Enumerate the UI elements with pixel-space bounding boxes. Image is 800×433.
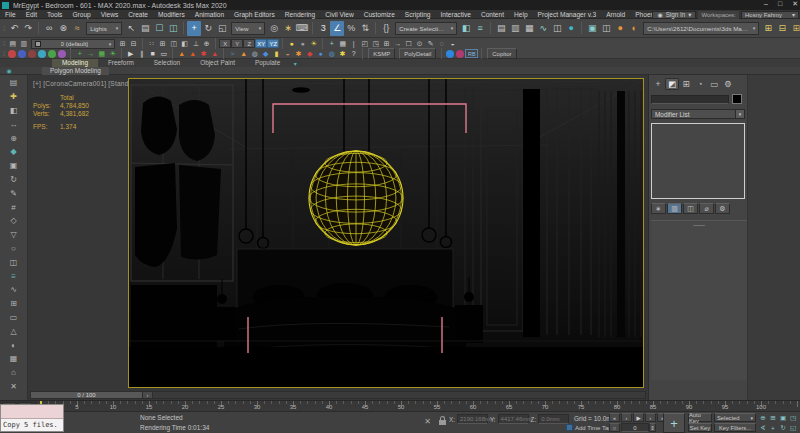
ball-sim-preset-icon[interactable]: ● <box>315 49 326 59</box>
large-fire-preset-icon[interactable]: ▲ <box>187 49 198 59</box>
ribbon-config-icon[interactable]: ▾ <box>290 60 300 67</box>
menu-civil-view[interactable]: Civil View <box>320 10 358 19</box>
maximize-viewport-toggle-icon[interactable]: ◱ <box>788 423 798 433</box>
script-flower-icon[interactable] <box>456 50 464 58</box>
material-editor-icon[interactable]: ● <box>564 21 578 36</box>
pin-stack-icon[interactable]: ∗ <box>651 203 666 214</box>
ocean-preset-icon[interactable]: ≈ <box>227 49 238 59</box>
use-pivot-center-icon[interactable]: ◎ <box>267 21 281 36</box>
render-iterative-icon[interactable]: ◐ <box>627 21 641 36</box>
sim-stop-icon[interactable]: ■ <box>147 49 158 59</box>
utilities-tab-icon[interactable]: ⚙ <box>721 78 735 90</box>
left-tool-10-icon[interactable]: # <box>2 200 26 214</box>
splash-preset-icon[interactable]: ✱ <box>293 49 304 59</box>
make-unique-icon[interactable]: ◫ <box>683 203 698 214</box>
menu-graph-editors[interactable]: Graph Editors <box>229 10 280 19</box>
frame-spinner[interactable]: ⇕ <box>649 423 656 432</box>
left-tool-12-icon[interactable]: ▽ <box>2 228 26 242</box>
select-and-rotate-icon[interactable]: ↻ <box>201 21 215 36</box>
scene-explorer-icon[interactable]: ▤ <box>494 21 508 36</box>
z-coordinate-field[interactable]: 0.0mm <box>538 414 569 424</box>
select-object-icon[interactable]: ↖ <box>124 21 138 36</box>
angle-snap-icon[interactable]: ∠ <box>330 21 344 36</box>
phoenix-export-icon[interactable]: → <box>85 49 96 59</box>
next-frame-icon[interactable]: › <box>645 413 656 422</box>
zoom-icon[interactable]: ⊕ <box>758 413 768 423</box>
left-tool-3-icon[interactable]: ◧ <box>2 104 26 118</box>
ocean-globe-preset-icon[interactable]: ◍ <box>326 49 337 59</box>
zoom-extents-icon[interactable]: ▣ <box>778 413 788 423</box>
bind-to-space-warp-icon[interactable]: ≈ <box>70 21 84 36</box>
ribbon-tab-populate[interactable]: Populate <box>245 59 290 67</box>
show-end-result-icon[interactable]: ▥ <box>667 203 682 214</box>
left-tool-13-icon[interactable]: ○ <box>2 242 26 256</box>
select-and-move-icon[interactable]: + <box>187 21 201 36</box>
project-folder-dropdown[interactable]: C:\Users\2612\Documents\3ds Max 2020▾ <box>643 22 759 35</box>
left-tool-4-icon[interactable]: ↔ <box>2 117 26 131</box>
menu-rendering[interactable]: Rendering <box>280 10 320 19</box>
candle-preset-icon[interactable]: ▮ <box>271 49 282 59</box>
blood-preset-icon[interactable]: ◆ <box>304 49 315 59</box>
undo-icon[interactable]: ↶ <box>7 21 21 36</box>
listener-line[interactable]: Copy 5 files. <box>1 419 63 432</box>
explosion-preset-icon[interactable]: ✱ <box>198 49 209 59</box>
menu-edit[interactable]: Edit <box>21 10 42 19</box>
workspace-dropdown[interactable]: Hosny Fahmy ▾ <box>741 11 799 19</box>
create-tab-icon[interactable]: + <box>651 78 665 90</box>
left-tool-9-icon[interactable]: ✎ <box>2 186 26 200</box>
cup-liquid-preset-icon[interactable]: ◒ <box>282 49 293 59</box>
orbit-icon[interactable]: ↻ <box>778 423 788 433</box>
smoke-preset-icon[interactable]: ▲ <box>209 49 220 59</box>
mirror-icon[interactable]: ◧ <box>459 21 473 36</box>
left-tool-8-icon[interactable]: ↻ <box>2 173 26 187</box>
isolate-selection-toggle-icon[interactable]: ✕ <box>422 416 433 427</box>
flame-helper-icon[interactable]: ▲ <box>238 49 249 59</box>
left-tool-15-icon[interactable]: ≡ <box>2 269 26 283</box>
unlink-selection-icon[interactable]: ⊗ <box>56 21 70 36</box>
next-frame-button[interactable]: › <box>143 392 153 398</box>
go-to-start-icon[interactable]: « <box>609 413 620 422</box>
modifier-stack-list[interactable] <box>651 123 745 199</box>
close-button[interactable]: ✕ <box>792 0 798 8</box>
percent-snap-icon[interactable]: % <box>344 21 358 36</box>
ribbon-tab-selection[interactable]: Selection <box>144 59 190 67</box>
field-of-view-icon[interactable]: ∢ <box>758 423 768 433</box>
toolbar-grip[interactable]: ⁞ <box>3 24 5 33</box>
phoenix-help-icon[interactable]: ? <box>348 49 359 59</box>
copitor-button[interactable]: Copitor <box>487 48 516 59</box>
modify-tab-icon[interactable]: ◩ <box>665 78 679 90</box>
new-project-folder-icon[interactable]: ⊞ <box>761 21 775 36</box>
left-tool-18-icon[interactable]: ▭ <box>2 311 26 325</box>
render-production-icon[interactable]: ● <box>613 21 627 36</box>
toggle-ribbon-icon[interactable]: ▦ <box>522 21 536 36</box>
yellow-splash-preset-icon[interactable]: ✱ <box>337 49 348 59</box>
menu-project-manager-v-3[interactable]: Project Manager v.3 <box>533 10 602 19</box>
left-tool-6-icon[interactable]: ◆ <box>2 145 26 159</box>
vray-maroon-icon[interactable] <box>28 50 36 58</box>
left-tool-21-icon[interactable]: ▦ <box>2 352 26 366</box>
sim-delete-icon[interactable]: ▭ <box>158 49 169 59</box>
x-coordinate-field[interactable]: 2190.168mm <box>457 414 488 424</box>
menu-views[interactable]: Views <box>96 10 123 19</box>
current-frame-field[interactable]: 0 <box>621 423 649 432</box>
left-tool-20-icon[interactable]: ◐ <box>2 338 26 352</box>
left-tool-23-icon[interactable]: ✕ <box>2 380 26 394</box>
sim-pause-icon[interactable]: ∥ <box>136 49 147 59</box>
menu-arnold[interactable]: Arnold <box>601 10 630 19</box>
select-and-scale-icon[interactable]: ◱ <box>215 21 229 36</box>
menu-scripting[interactable]: Scripting <box>400 10 436 19</box>
left-tool-5-icon[interactable]: ⊕ <box>2 131 26 145</box>
menu-interactive[interactable]: Interactive <box>436 10 476 19</box>
left-tool-16-icon[interactable]: ∿ <box>2 283 26 297</box>
vray-green-icon[interactable] <box>48 50 56 58</box>
polygon-modeling-panel-tab[interactable]: Polygon Modeling <box>42 67 109 75</box>
object-color-swatch[interactable] <box>732 94 742 104</box>
maxscript-mini-listener[interactable]: Copy 5 files. <box>0 404 64 432</box>
display-tab-icon[interactable]: ▭ <box>707 78 721 90</box>
menu-help[interactable]: Help <box>509 10 533 19</box>
zoom-all-icon[interactable]: ⊞ <box>768 413 778 423</box>
select-and-manipulate-icon[interactable]: ∗ <box>281 21 295 36</box>
viewport-visibility-icon[interactable]: ◉ <box>4 67 14 74</box>
edit-named-selection-sets-icon[interactable]: {} <box>379 21 393 36</box>
align-icon[interactable]: ≡ <box>473 21 487 36</box>
